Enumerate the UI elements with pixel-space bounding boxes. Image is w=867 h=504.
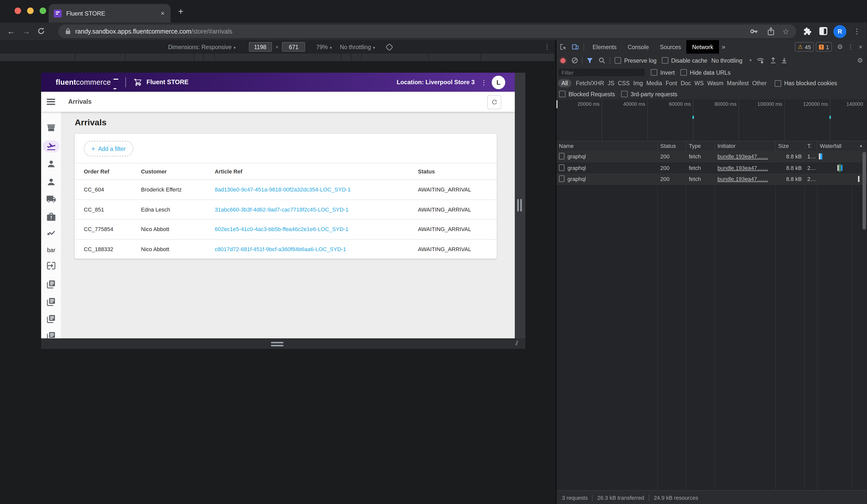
request-initiator-link[interactable]: bundle.193ea47…… [717,173,768,185]
network-conditions-icon[interactable] [757,57,764,63]
back-icon[interactable]: ← [7,27,15,36]
col-time[interactable]: T. [807,141,812,150]
window-minimize-button[interactable] [27,8,34,14]
article-ref-link[interactable]: 8ad130e0-9c47-451a-9818-00f2a32dc354-LOC… [215,187,351,193]
article-ref-link[interactable]: 31abc660-3b3f-4d62-9ad7-cac7718f2c45-LOC… [215,207,349,212]
reload-icon[interactable] [37,27,45,35]
chip-media[interactable]: Media [646,80,662,86]
browser-menu-kebab-icon[interactable]: ⋮ [854,27,860,35]
window-zoom-button[interactable] [40,8,46,14]
more-tabs-icon[interactable]: » [719,40,728,54]
tab-elements[interactable]: Elements [587,40,622,54]
col-type[interactable]: Type [689,141,701,150]
request-row[interactable]: graphql 200 fetch bundle.193ea47…… 8.8 k… [556,151,867,162]
chip-css[interactable]: CSS [618,80,630,86]
col-name[interactable]: Name [559,141,574,150]
table-row[interactable]: CC_775854 Nico Abbott 602ec1e5-41c0-4ac3… [75,219,497,239]
chip-wasm[interactable]: Wasm [707,80,723,86]
device-toolbar-toggle-icon[interactable] [571,43,579,51]
network-settings-gear-icon[interactable]: ⚙ [857,57,863,64]
throttling-select[interactable]: No throttling▾ [340,44,375,50]
sidebar-item-pages[interactable] [46,279,56,289]
filter-funnel-icon[interactable] [587,57,593,63]
chip-manifest[interactable]: Manifest [727,80,749,86]
sidebar-item-arrivals[interactable] [46,141,56,151]
browser-tab[interactable]: Fluent STORE × [49,4,171,23]
table-row[interactable]: CC_851 Edna Lesch 31abc660-3b3f-4d62-9ad… [75,199,497,219]
col-initiator[interactable]: Initiator [717,141,736,150]
window-close-button[interactable] [14,8,21,14]
inspect-cursor-icon[interactable] [559,43,567,51]
extensions-puzzle-icon[interactable] [803,27,812,36]
devtools-settings-gear-icon[interactable]: ⚙ [837,43,843,51]
refresh-button[interactable] [487,95,501,109]
filter-input[interactable] [558,69,645,76]
side-panel-icon[interactable] [819,27,827,35]
table-row[interactable]: CC_188332 Nico Abbott c8017d72-681f-451f… [75,239,497,259]
chip-fetch-xhr[interactable]: Fetch/XHR [576,80,604,86]
disable-cache-checkbox[interactable] [662,57,668,64]
has-blocked-cookies-checkbox[interactable] [775,80,781,87]
tab-close-icon[interactable]: × [161,10,164,17]
chip-other[interactable]: Other [752,80,767,86]
record-icon[interactable] [560,58,566,63]
export-har-icon[interactable] [781,57,787,64]
header-kebab-icon[interactable]: ⋮ [481,78,487,86]
viewport-resize-right[interactable] [515,73,525,338]
sidebar-item-reports[interactable] [46,229,56,239]
sidebar-item-pages-3[interactable] [46,314,56,324]
network-throttling-select[interactable]: No throttling [711,57,742,63]
user-avatar[interactable]: L [492,75,505,89]
devtools-close-icon[interactable]: × [859,43,863,51]
waterfall-scrollbar[interactable] [863,152,866,230]
sidebar-item-pages-4[interactable] [46,331,56,338]
sort-asc-icon[interactable]: ▲ [859,141,863,150]
omnibox[interactable]: randy.sandbox.apps.fluentcommerce.com/st… [58,24,796,38]
share-icon[interactable] [767,27,774,36]
forward-icon[interactable]: → [22,27,30,36]
chip-img[interactable]: Img [633,80,643,86]
sidebar-item-pages-2[interactable] [46,297,56,307]
preserve-log-checkbox[interactable] [614,57,621,64]
sidebar-item-bar[interactable]: bar [41,247,61,253]
request-initiator-link[interactable]: bundle.193ea47…… [717,151,768,162]
media-query-bar[interactable] [0,54,554,61]
article-ref-link[interactable]: 602ec1e5-41c0-4ac3-bb5b-ffea46c2e1e6-LOC… [215,226,349,232]
sidebar-item-store[interactable] [46,123,56,133]
request-initiator-link[interactable]: bundle.193ea47…… [717,162,768,173]
viewport-resize-bottom[interactable]: ⫽ [41,338,525,349]
network-overview-timeline[interactable]: 20000 ms 40000 ms 60000 ms 80000 ms 1000… [556,99,867,141]
bookmark-star-icon[interactable]: ☆ [782,27,789,36]
new-tab-button[interactable]: + [178,7,183,16]
menu-hamburger-icon[interactable] [47,97,55,106]
table-row[interactable]: CC_604 Broderick Effertz 8ad130e0-9c47-4… [75,179,497,199]
add-filter-button[interactable]: +Add a filter [84,141,133,156]
dimensions-select[interactable]: Dimensions: Responsive▾ [168,44,236,50]
viewport-width-input[interactable] [249,42,272,52]
chip-all[interactable]: All [558,79,571,87]
chip-doc[interactable]: Doc [681,80,691,86]
sidebar-item-customer[interactable] [46,159,56,169]
col-waterfall[interactable]: Waterfall [820,141,842,150]
clear-icon[interactable] [571,57,578,64]
profile-avatar[interactable]: R [833,25,846,38]
viewport-height-input[interactable] [282,42,305,52]
third-party-checkbox[interactable] [621,91,628,97]
sidebar-item-shipping[interactable] [46,194,56,204]
import-har-icon[interactable] [770,57,776,64]
chip-font[interactable]: Font [665,80,677,86]
blocked-requests-checkbox[interactable] [559,91,566,97]
rotate-viewport-icon[interactable] [386,43,393,51]
device-toolbar-kebab-icon[interactable]: ⋮ [544,43,550,51]
article-ref-link[interactable]: c8017d72-681f-451f-9bcf-a360f84b6aa6-LOC… [215,246,346,252]
issues-badge[interactable]: ! 1 [816,42,832,52]
tab-console[interactable]: Console [622,40,654,54]
tab-network[interactable]: Network [687,40,719,54]
col-size[interactable]: Size [778,141,789,150]
chip-js[interactable]: JS [608,80,614,86]
sidebar-item-customer-2[interactable] [46,177,56,187]
request-row[interactable]: graphql 200 fetch bundle.193ea47…… 8.8 k… [556,162,867,173]
warnings-badge[interactable]: ⚠ 45 [795,42,814,52]
col-status[interactable]: Status [660,141,676,150]
sidebar-item-tasks[interactable] [46,212,56,222]
